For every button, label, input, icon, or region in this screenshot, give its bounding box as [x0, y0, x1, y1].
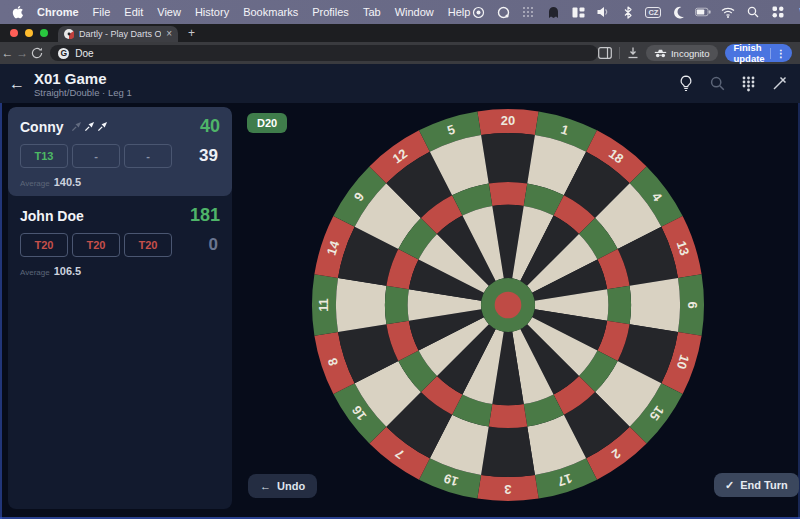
player-name: Conny: [20, 119, 64, 135]
last-hit-badge: D20: [247, 113, 287, 133]
average-label: Average: [20, 179, 50, 188]
ghost-icon[interactable]: [545, 4, 561, 20]
player-score: 40: [200, 116, 220, 137]
dartboard-svg[interactable]: 2011841361015217319716811149125: [309, 106, 707, 504]
menu-bookmarks[interactable]: Bookmarks: [243, 6, 298, 18]
dart-icon: [84, 121, 95, 132]
menu-file[interactable]: File: [93, 6, 111, 18]
lightbulb-icon[interactable]: [677, 75, 695, 93]
pill-divider: [770, 48, 771, 59]
throw-value-2[interactable]: -: [72, 144, 120, 168]
browser-toolbar: ← → G Doe Incognito Finish update ⋮: [0, 42, 800, 64]
turn-remaining-score: 39: [199, 146, 220, 166]
end-turn-label: End Turn: [740, 479, 787, 491]
incognito-icon: [654, 49, 667, 58]
tab-close-icon[interactable]: ×: [166, 29, 172, 39]
check-icon: ✓: [725, 479, 734, 492]
google-logo-icon: G: [58, 48, 69, 59]
throw-value-2[interactable]: T20: [72, 233, 120, 257]
menu-edit[interactable]: Edit: [124, 6, 143, 18]
menu-chrome[interactable]: Chrome: [37, 6, 79, 18]
menu-help[interactable]: Help: [448, 6, 471, 18]
reading-list-icon[interactable]: [598, 47, 612, 59]
address-bar[interactable]: G Doe: [50, 45, 598, 61]
fullscreen-window-button[interactable]: [40, 29, 48, 37]
end-turn-button[interactable]: ✓ End Turn: [714, 473, 799, 497]
dart-icon: [71, 121, 82, 132]
finish-update-label: Finish update: [734, 42, 766, 64]
players-panel: Conny 40 T13 - - 39 Average140.5 John Do: [8, 107, 232, 509]
game-header: ← X01 Game Straight/Double · Leg 1: [0, 64, 800, 103]
macos-menu-bar: Chrome File Edit View History Bookmarks …: [0, 0, 800, 24]
download-icon[interactable]: [627, 47, 639, 59]
undo-arrow-icon: ←: [260, 480, 271, 492]
throw-value-3[interactable]: T20: [124, 233, 172, 257]
keypad-icon[interactable]: [739, 75, 757, 93]
tab-strip: Dartly - Play Darts Online × +: [0, 24, 800, 42]
svg-text:6: 6: [685, 301, 700, 308]
dart-icon: [97, 121, 108, 132]
reload-icon[interactable]: [30, 47, 45, 59]
player-card-conny[interactable]: Conny 40 T13 - - 39 Average140.5: [8, 107, 232, 196]
bluetooth-icon[interactable]: [620, 4, 636, 20]
window-edge-left: [0, 103, 2, 519]
svg-text:20: 20: [501, 113, 515, 128]
player-card-john-doe[interactable]: John Doe 181 T20 T20 T20 0 Average106.5: [8, 196, 232, 285]
throw-value-1[interactable]: T13: [20, 144, 68, 168]
svg-text:11: 11: [316, 298, 331, 312]
darts-remaining-indicator: [71, 121, 108, 132]
page-subtitle: Straight/Double · Leg 1: [34, 87, 132, 98]
undo-label: Undo: [277, 480, 305, 492]
back-icon[interactable]: ←: [0, 75, 34, 93]
input-source-label: CZ: [645, 7, 661, 18]
turn-remaining-score: 0: [209, 235, 220, 255]
menu-history[interactable]: History: [195, 6, 229, 18]
menu-profiles[interactable]: Profiles: [312, 6, 349, 18]
incognito-label: Incognito: [671, 48, 710, 59]
svg-text:3: 3: [504, 482, 511, 497]
minimize-window-button[interactable]: [25, 29, 33, 37]
throw-value-3[interactable]: -: [124, 144, 172, 168]
search-icon[interactable]: [708, 75, 726, 93]
window-controls: [0, 24, 58, 42]
average-value: 106.5: [54, 265, 82, 277]
game-area: Conny 40 T13 - - 39 Average140.5 John Do: [0, 103, 800, 519]
average-value: 140.5: [54, 176, 82, 188]
menu-view[interactable]: View: [157, 6, 181, 18]
spotlight-icon[interactable]: [745, 4, 761, 20]
dots-grid-icon[interactable]: [520, 4, 536, 20]
throw-value-1[interactable]: T20: [20, 233, 68, 257]
wifi-icon[interactable]: [720, 4, 736, 20]
input-source-badge[interactable]: CZ: [645, 4, 661, 20]
volume-icon[interactable]: [595, 4, 611, 20]
browser-menu-icon[interactable]: ⋮: [776, 48, 788, 59]
back-nav-icon[interactable]: ←: [0, 46, 15, 60]
tab-dartly[interactable]: Dartly - Play Darts Online ×: [58, 26, 178, 42]
apple-logo-icon[interactable]: [12, 6, 23, 19]
battery-icon[interactable]: [695, 4, 711, 20]
window-tiles-icon[interactable]: [570, 4, 586, 20]
address-bar-text[interactable]: Doe: [75, 48, 93, 59]
control-center-icon[interactable]: [770, 4, 786, 20]
forward-nav-icon[interactable]: →: [15, 46, 30, 60]
page-title: X01 Game: [34, 70, 132, 87]
average-label: Average: [20, 268, 50, 277]
tab-favicon: [64, 29, 74, 39]
moon-icon[interactable]: [670, 4, 686, 20]
record-icon[interactable]: [470, 4, 486, 20]
dartboard[interactable]: 2011841361015217319716811149125: [309, 106, 707, 504]
toolbar-divider: [619, 47, 620, 59]
darts-icon[interactable]: [770, 75, 788, 93]
incognito-badge: Incognito: [646, 45, 718, 61]
finish-update-button[interactable]: Finish update ⋮: [725, 44, 792, 62]
player-score: 181: [190, 205, 220, 226]
menu-window[interactable]: Window: [395, 6, 434, 18]
assistant-icon[interactable]: [495, 4, 511, 20]
tab-title: Dartly - Play Darts Online: [79, 29, 161, 39]
menu-tab[interactable]: Tab: [363, 6, 381, 18]
undo-button[interactable]: ← Undo: [248, 474, 317, 498]
player-name: John Doe: [20, 208, 84, 224]
new-tab-button[interactable]: +: [188, 26, 195, 42]
close-window-button[interactable]: [10, 29, 18, 37]
